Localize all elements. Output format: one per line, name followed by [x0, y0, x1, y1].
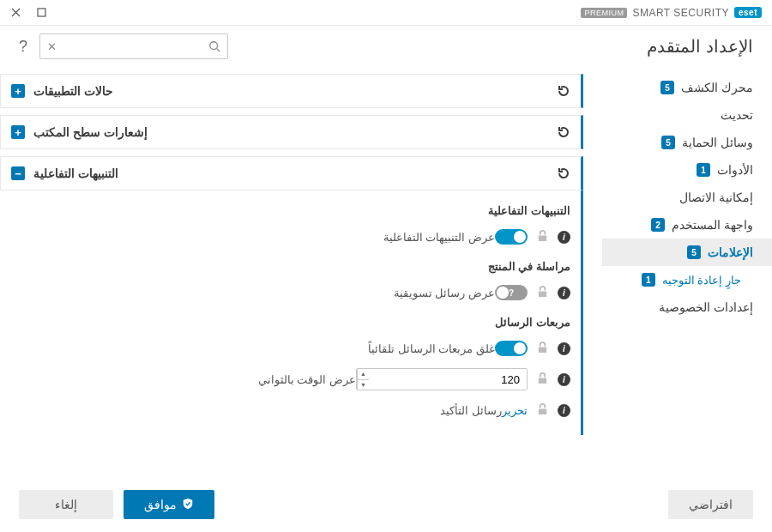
row-label: عرض الوقت بالثواني	[10, 373, 356, 386]
maximize-button[interactable]	[36, 8, 46, 18]
sidebar-item-label: واجهة المستخدم	[672, 218, 753, 232]
svg-rect-0	[38, 9, 45, 16]
lock-icon	[536, 285, 549, 301]
search-clear-icon[interactable]: ✕	[47, 40, 57, 53]
expand-icon: +	[11, 125, 25, 139]
sidebar-item-tools[interactable]: الأدوات 1	[602, 156, 772, 184]
sidebar-item-label: إمكانية الاتصال	[679, 190, 753, 204]
lock-icon	[536, 402, 549, 419]
info-icon[interactable]: i	[558, 342, 570, 355]
panel-header-interactive-alerts[interactable]: التنبيهات التفاعلية −	[0, 156, 583, 190]
search-icon	[208, 40, 220, 52]
panel-header-desktop-notifications[interactable]: إشعارات سطح المكتب +	[0, 115, 583, 149]
row-label: عرض التنبيهات التفاعلية	[10, 231, 495, 244]
brand: eset SMART SECURITY PREMIUM	[581, 7, 762, 19]
row-label: عرض رسائل تسويقية	[10, 287, 495, 299]
sidebar-item-connectivity[interactable]: إمكانية الاتصال	[602, 184, 772, 211]
sidebar-item-update[interactable]: تحديث	[602, 101, 772, 129]
default-button[interactable]: افتراضي	[668, 490, 753, 519]
search-input-wrap: ✕	[39, 33, 228, 59]
sidebar: محرك الكشف 5 تحديث وسائل الحماية 5 الأدو…	[602, 67, 772, 477]
search-input[interactable]	[35, 34, 227, 58]
footer-actions: موافق إلغاء	[19, 490, 214, 519]
brand-logo: eset	[734, 7, 762, 18]
sidebar-item-label: تحديث	[721, 108, 753, 122]
row-display-time-seconds: i ▲ ▼ عرض الوقت بالثو	[0, 363, 581, 396]
brand-tier: PREMIUM	[581, 8, 627, 18]
header: الإعداد المتقدم ✕ ?	[0, 26, 772, 67]
titlebar: eset SMART SECURITY PREMIUM	[0, 0, 772, 26]
row-close-message-boxes-auto: i غلق مربعات الرسائل تلقائياً	[0, 334, 581, 363]
panel-desktop-notifications: إشعارات سطح المكتب +	[0, 115, 583, 149]
reset-icon[interactable]	[557, 166, 570, 180]
row-show-interactive-alerts: i عرض التنبيهات التفاعلية	[0, 222, 581, 251]
sidebar-badge: 5	[660, 81, 674, 94]
row-confirmation-messages: i تحرير رسائل التأكيد	[0, 396, 581, 425]
row-label: غلق مربعات الرسائل تلقائياً	[10, 342, 495, 355]
panel-header-app-states[interactable]: حالات التطبيقات +	[0, 74, 583, 108]
row-show-marketing-messages: i ? عرض رسائل تسويقية	[0, 278, 581, 307]
info-icon[interactable]: i	[558, 404, 570, 417]
number-spinner: ▲ ▼	[357, 369, 369, 390]
reset-icon[interactable]	[557, 84, 570, 98]
sidebar-item-detection-engine[interactable]: محرك الكشف 5	[602, 74, 772, 101]
sidebar-badge: 1	[642, 273, 655, 287]
panel-body: التنبيهات التفاعلية i عرض التنبيهات التف…	[0, 190, 583, 435]
sidebar-item-protections[interactable]: وسائل الحماية 5	[602, 129, 772, 156]
ok-button[interactable]: موافق	[124, 490, 214, 519]
time-seconds-input-wrap: ▲ ▼	[356, 368, 528, 390]
sidebar-badge: 2	[651, 218, 665, 232]
cancel-button[interactable]: إلغاء	[19, 490, 113, 519]
sidebar-item-label: إعدادات الخصوصية	[659, 300, 753, 314]
content: حالات التطبيقات + إشعارات سطح المكتب + ا…	[0, 67, 602, 477]
sidebar-item-label: جارٍ إعادة التوجيه	[662, 274, 741, 287]
header-tools: ✕ ?	[19, 33, 228, 59]
spinner-up[interactable]: ▲	[358, 369, 369, 380]
toggle-close-message-boxes-auto[interactable]	[495, 341, 528, 356]
sidebar-badge: 5	[687, 245, 701, 259]
info-icon[interactable]: i	[558, 287, 570, 299]
svg-point-1	[210, 42, 218, 50]
sidebar-subitem-forwarding[interactable]: جارٍ إعادة التوجيه 1	[602, 266, 772, 293]
brand-name: SMART SECURITY	[632, 7, 729, 19]
spinner-down[interactable]: ▼	[358, 380, 369, 390]
toggle-show-interactive-alerts[interactable]	[495, 229, 528, 245]
main: محرك الكشف 5 تحديث وسائل الحماية 5 الأدو…	[0, 67, 772, 477]
sidebar-item-privacy[interactable]: إعدادات الخصوصية	[602, 293, 772, 321]
close-button[interactable]	[10, 8, 21, 18]
sidebar-item-label: وسائل الحماية	[682, 136, 753, 149]
subsection-message-boxes: مربعات الرسائل	[0, 307, 581, 334]
sidebar-item-user-interface[interactable]: واجهة المستخدم 2	[602, 211, 772, 239]
info-icon[interactable]: i	[558, 373, 570, 386]
lock-icon	[536, 229, 549, 245]
sidebar-item-label: محرك الكشف	[681, 81, 753, 94]
panel-title: التنبيهات التفاعلية	[33, 166, 118, 180]
sidebar-badge: 1	[697, 163, 710, 177]
sidebar-item-label: الأدوات	[717, 163, 753, 177]
sidebar-item-notifications[interactable]: الإعلامات 5	[602, 239, 772, 266]
collapse-icon: −	[11, 166, 25, 180]
panel-title: إشعارات سطح المكتب	[33, 125, 148, 139]
sidebar-item-label: الإعلامات	[708, 245, 753, 259]
expand-icon: +	[11, 84, 25, 98]
lock-icon	[536, 341, 549, 357]
panel-interactive-alerts: التنبيهات التفاعلية − التنبيهات التفاعلي…	[0, 156, 583, 435]
shield-icon	[182, 498, 194, 512]
help-icon[interactable]: ?	[19, 38, 27, 56]
footer: افتراضي موافق إلغاء	[0, 477, 772, 532]
subsection-in-product-messaging: مراسلة في المنتج	[0, 251, 581, 278]
sidebar-badge: 5	[661, 136, 675, 149]
row-label: رسائل التأكيد	[10, 404, 502, 417]
lock-icon	[536, 372, 549, 388]
time-seconds-input[interactable]	[369, 369, 527, 390]
subsection-interactive-alerts: التنبيهات التفاعلية	[0, 196, 581, 222]
window-controls	[10, 8, 46, 18]
toggle-show-marketing-messages[interactable]: ?	[495, 285, 528, 300]
page-title: الإعداد المتقدم	[647, 36, 753, 57]
panel-title: حالات التطبيقات	[33, 84, 113, 98]
panel-app-states: حالات التطبيقات +	[0, 74, 583, 108]
reset-icon[interactable]	[557, 125, 570, 139]
info-icon[interactable]: i	[558, 231, 570, 244]
ok-button-label: موافق	[144, 498, 177, 511]
edit-link[interactable]: تحرير	[502, 404, 528, 417]
